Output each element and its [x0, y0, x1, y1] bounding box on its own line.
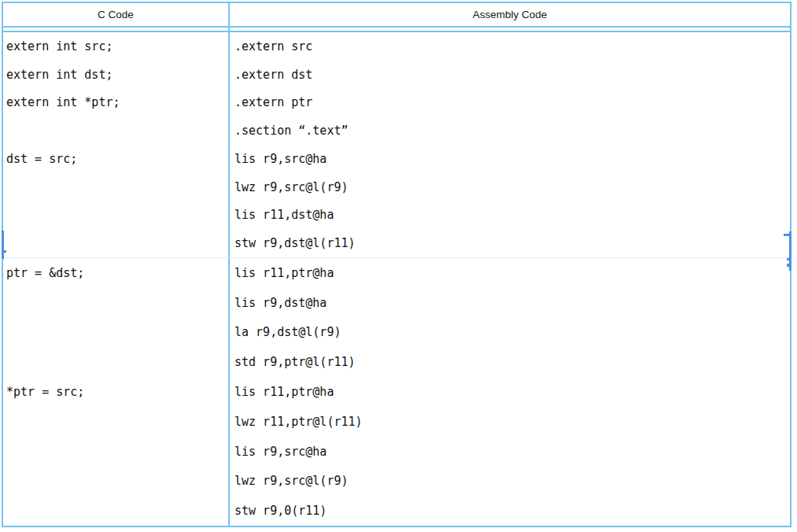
asm-code-line: lwz r9,src@l(r9): [228, 173, 790, 201]
column-header-c-code: C Code: [3, 3, 228, 26]
table-row: lwz r11,ptr@l(r11): [3, 407, 790, 437]
c-code-line: dst = src;: [3, 145, 228, 173]
c-code-line: extern int src;: [3, 32, 228, 61]
code-comparison-table: C Code Assembly Code extern int src;.ext…: [2, 2, 791, 527]
column-header-assembly-code: Assembly Code: [228, 3, 790, 26]
table-row: .section “.text”: [3, 116, 790, 145]
table-row: lwz r9,src@l(r9): [3, 467, 790, 497]
table-row: lis r9,dst@ha: [3, 288, 790, 318]
asm-code-line: lis r11,dst@ha: [228, 201, 790, 230]
table-row: lwz r9,src@l(r9): [3, 173, 790, 201]
c-code-line: [3, 201, 228, 230]
table-row: extern int dst;.extern dst: [3, 61, 790, 89]
c-code-line: [3, 467, 228, 497]
asm-code-line: lwz r11,ptr@l(r11): [228, 407, 790, 437]
asm-code-line: .extern src: [228, 32, 790, 61]
c-code-line: [3, 437, 228, 467]
c-code-line: [3, 496, 228, 526]
c-code-line: extern int dst;: [3, 61, 228, 89]
table-row: extern int src;.extern src: [3, 32, 790, 61]
table-row: dst = src;lis r9,src@ha: [3, 145, 790, 173]
c-code-line: [3, 347, 228, 377]
row-resize-tick-left[interactable]: [2, 250, 6, 253]
c-code-line: *ptr = src;: [3, 377, 228, 407]
row-resize-tick-right-bottom[interactable]: [787, 264, 791, 267]
table-row: la r9,dst@l(r9): [3, 318, 790, 348]
document-page: { "colors": { "table_border": "#76c1f0",…: [0, 0, 797, 532]
c-code-line: [3, 318, 228, 348]
asm-code-line: lis r9,src@ha: [228, 145, 790, 173]
asm-code-line: lwz r9,src@l(r9): [228, 467, 790, 497]
asm-code-line: .section “.text”: [228, 116, 790, 145]
table-row: ptr = &dst;lis r11,ptr@ha: [3, 258, 790, 288]
asm-code-line: .extern ptr: [228, 89, 790, 117]
asm-code-line: stw r9,0(r11): [228, 496, 790, 526]
table-row: extern int *ptr;.extern ptr: [3, 89, 790, 117]
row-resize-handle-left[interactable]: [2, 231, 4, 259]
asm-code-line: la r9,dst@l(r9): [228, 318, 790, 348]
asm-code-line: lis r9,dst@ha: [228, 288, 790, 318]
table-row: std r9,ptr@l(r11): [3, 347, 790, 377]
row-resize-tick-right-mid[interactable]: [787, 258, 791, 260]
table-header-row: C Code Assembly Code: [3, 3, 790, 28]
table-section-top: extern int src;.extern srcextern int dst…: [3, 32, 790, 257]
c-code-line: [3, 229, 228, 257]
table-section-bottom: ptr = &dst;lis r11,ptr@halis r9,dst@hala…: [3, 257, 790, 526]
asm-code-line: lis r11,ptr@ha: [228, 258, 790, 288]
table-row: *ptr = src;lis r11,ptr@ha: [3, 377, 790, 407]
c-code-line: ptr = &dst;: [3, 258, 228, 288]
row-resize-tick-right-top[interactable]: [784, 234, 791, 236]
c-code-line: [3, 288, 228, 318]
asm-code-line: lis r9,src@ha: [228, 437, 790, 467]
table-row: stw r9,dst@l(r11): [3, 229, 790, 257]
c-code-line: [3, 116, 228, 145]
table-row: lis r9,src@ha: [3, 437, 790, 467]
asm-code-line: std r9,ptr@l(r11): [228, 347, 790, 377]
table-row: stw r9,0(r11): [3, 496, 790, 526]
c-code-line: [3, 407, 228, 437]
c-code-line: extern int *ptr;: [3, 89, 228, 117]
asm-code-line: stw r9,dst@l(r11): [228, 229, 790, 257]
asm-code-line: lis r11,ptr@ha: [228, 377, 790, 407]
table-row: lis r11,dst@ha: [3, 201, 790, 230]
asm-code-line: .extern dst: [228, 61, 790, 89]
c-code-line: [3, 173, 228, 201]
